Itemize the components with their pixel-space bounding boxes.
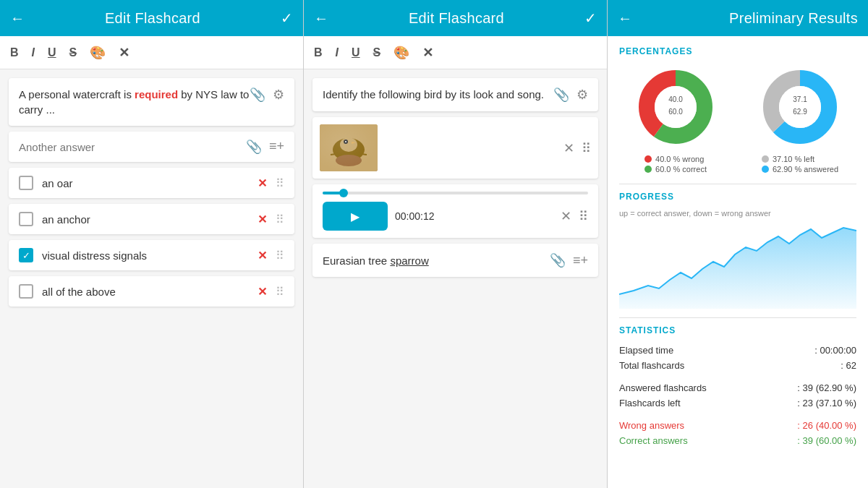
svg-rect-0 xyxy=(320,124,378,171)
italic-button-1[interactable]: I xyxy=(32,46,35,59)
question-card-1: A personal watercraft is required by NYS… xyxy=(9,78,294,126)
question-prefix: A personal watercraft is xyxy=(19,88,135,100)
legend-1: 40.0 % wrong 60.0 % correct xyxy=(644,155,707,174)
audio-progress-dot xyxy=(339,189,348,197)
panel-edit-flashcard-2: ← Edit Flashcard ✓ B I U S 🎨 ✕ Identify … xyxy=(304,0,608,488)
underline-button-1[interactable]: U xyxy=(48,46,56,59)
attachment-icon-ans[interactable]: 📎 xyxy=(246,139,262,155)
choice-label-4: all of the above xyxy=(42,286,249,298)
attachment-icon-q2[interactable]: 📎 xyxy=(553,87,569,103)
back-icon-3[interactable]: ← xyxy=(618,10,632,27)
bird-image-card: ✕ ⠿ xyxy=(312,117,598,179)
italic-button-2[interactable]: I xyxy=(336,46,339,59)
content-area-1: A personal watercraft is required by NYS… xyxy=(0,69,303,488)
answered-flashcards-value: : 39 (62.90 %) xyxy=(797,382,856,393)
stats-left: Flashcards left : 23 (37.10 %) xyxy=(619,395,856,411)
choice-label-1: an oar xyxy=(42,177,249,189)
svg-rect-6 xyxy=(341,156,344,165)
settings-icon-q2[interactable]: ⚙ xyxy=(576,87,588,103)
add-answer-icon[interactable]: ≡+ xyxy=(269,139,284,155)
answer-text-2: Eurasian tree sparrow xyxy=(323,254,429,267)
choice-delete-3[interactable]: ✕ xyxy=(258,249,267,262)
stats-wrong: Wrong answers : 26 (40.00 %) xyxy=(619,418,856,433)
wrong-label: 40.0 % wrong xyxy=(655,155,704,163)
choice-drag-2[interactable]: ⠿ xyxy=(276,213,284,226)
wrong-answers-label: Wrong answers xyxy=(619,420,684,431)
header-3: ← Preliminary Results xyxy=(608,0,868,36)
choice-delete-2[interactable]: ✕ xyxy=(258,213,267,226)
header-title-2: Edit Flashcard xyxy=(409,10,504,27)
svg-text:40.0: 40.0 xyxy=(668,95,683,103)
left-label: 37.10 % left xyxy=(773,155,814,163)
attachment-icon-a2[interactable]: 📎 xyxy=(550,252,566,268)
clear-format-button-2[interactable]: ✕ xyxy=(422,45,433,61)
bird-delete-icon[interactable]: ✕ xyxy=(563,140,574,156)
audio-progress-bar[interactable] xyxy=(323,192,588,194)
clear-format-button-1[interactable]: ✕ xyxy=(119,45,129,61)
play-button[interactable] xyxy=(323,202,388,231)
svg-point-1 xyxy=(333,138,365,161)
audio-controls: 00:00:12 ✕ ⠿ xyxy=(323,202,588,231)
answered-flashcards-label: Answered flashcards xyxy=(619,382,707,393)
wrong-dot xyxy=(644,155,652,163)
svg-point-2 xyxy=(340,137,357,152)
bird-card-icons: ✕ ⠿ xyxy=(563,140,591,156)
choice-drag-3[interactable]: ⠿ xyxy=(276,249,284,262)
choice-checkbox-1[interactable] xyxy=(19,176,33,190)
choice-checkbox-2[interactable] xyxy=(19,212,33,226)
correct-answers-label: Correct answers xyxy=(619,435,688,446)
svg-text:37.1: 37.1 xyxy=(793,95,807,103)
answer-input-row-1: 📎 ≡+ xyxy=(9,132,294,162)
choice-row-2: an anchor ✕ ⠿ xyxy=(9,204,294,234)
stats-total: Total flashcards : 62 xyxy=(619,358,856,373)
svg-line-10 xyxy=(356,153,367,155)
check-icon-1[interactable]: ✓ xyxy=(281,9,293,27)
another-answer-input[interactable] xyxy=(19,141,246,153)
bird-drag-icon[interactable]: ⠿ xyxy=(582,140,591,156)
answer-input-icons: 📎 ≡+ xyxy=(246,139,284,155)
donut-svg-1: 40.0 60.0 xyxy=(632,64,719,150)
palette-button-2[interactable]: 🎨 xyxy=(393,45,409,61)
choice-drag-4[interactable]: ⠿ xyxy=(276,285,284,299)
legend-correct: 60.0 % correct xyxy=(644,165,707,174)
bird-image xyxy=(320,124,378,171)
stats-spacer-2 xyxy=(619,411,856,418)
choice-label-2: an anchor xyxy=(42,213,249,226)
header-title-1: Edit Flashcard xyxy=(105,10,200,27)
strikethrough-button-2[interactable]: S xyxy=(373,46,381,59)
settings-icon-q1[interactable]: ⚙ xyxy=(273,87,284,103)
legend-2: 37.10 % left 62.90 % answered xyxy=(762,155,838,174)
charts-row: 40.0 60.0 40.0 % wrong 60.0 % correct xyxy=(619,64,856,174)
answered-dot xyxy=(762,166,769,173)
choice-checkbox-4[interactable] xyxy=(19,284,33,299)
add-answer-icon-2[interactable]: ≡+ xyxy=(573,253,588,268)
choice-delete-4[interactable]: ✕ xyxy=(258,285,267,299)
underline-button-2[interactable]: U xyxy=(352,46,360,59)
answered-label: 62.90 % answered xyxy=(773,165,838,174)
audio-delete-icon[interactable]: ✕ xyxy=(561,208,571,224)
bold-button-1[interactable]: B xyxy=(10,46,19,59)
check-icon-2[interactable]: ✓ xyxy=(584,9,597,27)
strikethrough-button-1[interactable]: S xyxy=(69,46,77,59)
answer-card-icons: 📎 ≡+ xyxy=(550,252,588,268)
back-icon-1[interactable]: ← xyxy=(10,10,25,27)
choice-checkbox-3[interactable] xyxy=(19,248,33,262)
palette-button-1[interactable]: 🎨 xyxy=(90,45,106,61)
choice-drag-1[interactable]: ⠿ xyxy=(276,176,284,190)
attachment-icon-q1[interactable]: 📎 xyxy=(250,87,265,103)
divider-2 xyxy=(619,317,856,318)
audio-drag-icon[interactable]: ⠿ xyxy=(579,208,588,224)
choice-row-3: visual distress signals ✕ ⠿ xyxy=(9,240,294,270)
content-area-2: Identify the following bird by its look … xyxy=(304,69,607,488)
statistics-title: STATISTICS xyxy=(619,325,856,335)
progress-subtitle: up = correct answer, down = wrong answer xyxy=(619,209,856,218)
legend-left: 37.10 % left xyxy=(762,155,838,163)
svg-point-4 xyxy=(345,141,346,142)
progress-section: PROGRESS up = correct answer, down = wro… xyxy=(619,192,856,309)
choice-delete-1[interactable]: ✕ xyxy=(258,176,267,190)
svg-marker-5 xyxy=(352,142,356,144)
total-value: : 62 xyxy=(841,360,856,371)
divider-1 xyxy=(619,184,856,184)
back-icon-2[interactable]: ← xyxy=(314,10,328,27)
bold-button-2[interactable]: B xyxy=(314,46,323,59)
